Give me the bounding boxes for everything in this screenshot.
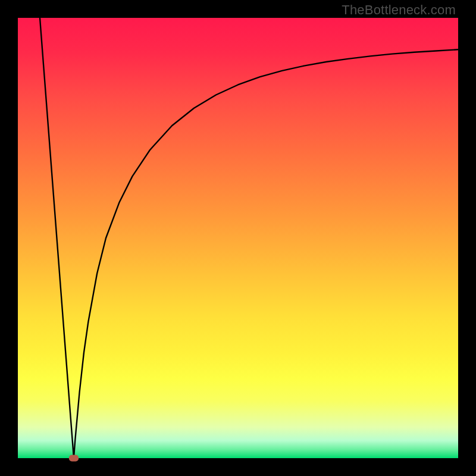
plot-area — [18, 18, 458, 458]
bottleneck-curve — [18, 18, 458, 458]
notch-marker — [69, 455, 79, 462]
watermark-text: TheBottleneck.com — [342, 2, 456, 18]
chart-frame: TheBottleneck.com — [0, 0, 476, 476]
curve-path — [40, 18, 458, 458]
